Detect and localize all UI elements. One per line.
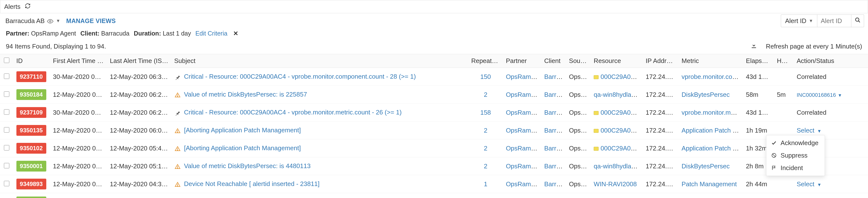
first-alert-time: 12-May-2020 05:47:29 PM xyxy=(50,139,107,157)
filter-input[interactable] xyxy=(817,15,851,27)
partner-link[interactable]: OpsRamp Agent xyxy=(506,127,541,134)
client-link[interactable]: Barracuda xyxy=(544,91,566,98)
alert-id-chip[interactable]: 9237109 xyxy=(17,107,46,118)
view-selector[interactable]: Barracuda AB ▼ xyxy=(4,16,62,26)
resource-link[interactable]: 000C29A00AC4 xyxy=(600,127,643,134)
svg-point-10 xyxy=(177,96,178,96)
repeated-link[interactable]: 2 xyxy=(484,91,487,98)
row-checkbox[interactable] xyxy=(4,163,9,168)
close-icon[interactable]: ✕ xyxy=(232,30,240,37)
repeated-link[interactable]: 2 xyxy=(484,127,487,134)
partner-link[interactable]: OpsRamp Agent xyxy=(506,109,541,116)
repeated-link[interactable]: 2 xyxy=(484,163,487,170)
resource-link[interactable]: 000C29A00AC4 xyxy=(600,109,643,116)
col-resource[interactable]: Resource xyxy=(591,54,643,68)
resource-chip-icon xyxy=(594,111,598,115)
subject-link[interactable]: Device Not Reachable [ alertid inserted … xyxy=(184,180,320,188)
subject-link[interactable]: Critical - Resource: 000C29A00AC4 - vpro… xyxy=(184,73,416,80)
action-select[interactable]: Select ▼ xyxy=(797,127,822,134)
partner-link[interactable]: OpsRamp Agent xyxy=(506,73,541,80)
resource-link[interactable]: 000C29A00AC4 xyxy=(600,73,643,80)
subject-link[interactable]: Critical - Resource: 000C29A00AC4 - vpro… xyxy=(184,109,402,116)
subject-link[interactable]: [Aborting Application Patch Management] xyxy=(184,144,301,152)
eye-icon xyxy=(47,17,53,25)
partner-link[interactable]: OpsRamp Agent xyxy=(506,163,541,170)
repeated-link[interactable]: 158 xyxy=(480,109,491,116)
action-select[interactable]: Select ▼ xyxy=(797,180,822,188)
edit-criteria-link[interactable]: Edit Criteria xyxy=(195,30,227,37)
col-action[interactable]: Action/Status xyxy=(794,54,868,68)
resource-link[interactable]: WIN-RAVI2008 xyxy=(594,180,637,188)
select-all-checkbox[interactable] xyxy=(4,58,9,63)
row-checkbox[interactable] xyxy=(4,109,9,115)
resource-link[interactable]: qa-win8hydlab-shiv.. xyxy=(594,163,643,170)
filter-field-select[interactable]: Alert ID ▼ xyxy=(781,15,817,27)
subject-link[interactable]: Value of metric DiskBytesPersec: is 4480… xyxy=(184,162,311,170)
chevron-down-icon[interactable]: ▼ xyxy=(838,93,842,98)
col-last[interactable]: Last Alert Time (IST)↓ xyxy=(107,54,172,68)
col-client[interactable]: Client xyxy=(541,54,566,68)
refresh-icon[interactable] xyxy=(25,3,31,10)
incident-link[interactable]: INC0000168616 xyxy=(797,92,836,98)
metric-link[interactable]: vprobe.monitor.metric.co.. xyxy=(682,109,743,116)
client-link[interactable]: Barracuda xyxy=(544,109,566,116)
row-checkbox[interactable] xyxy=(4,74,9,79)
client-link[interactable]: Barracuda xyxy=(544,163,566,170)
col-metric[interactable]: Metric xyxy=(679,54,743,68)
col-id[interactable]: ID xyxy=(13,54,50,68)
resource-link[interactable]: qa-win8hydlab-shiv.. xyxy=(594,91,643,98)
client-link[interactable]: Barracuda xyxy=(544,180,566,188)
partner-link[interactable]: OpsRamp Agent xyxy=(506,145,541,152)
alert-id-chip[interactable]: 9349893 xyxy=(17,179,46,190)
col-ip[interactable]: IP Address xyxy=(643,54,679,68)
healed-text: 5m xyxy=(774,86,794,104)
repeated-link[interactable]: 150 xyxy=(480,73,491,80)
col-subject[interactable]: Subject xyxy=(171,54,468,68)
alert-id-chip[interactable]: 9350102 xyxy=(17,143,46,154)
client-link[interactable]: Barracuda xyxy=(544,145,566,152)
alert-id-chip[interactable]: 9350184 xyxy=(17,89,46,100)
metric-link[interactable]: Application Patch Manage.. xyxy=(682,127,743,134)
partner-link[interactable]: OpsRamp Agent xyxy=(506,91,541,98)
col-partner[interactable]: Partner xyxy=(503,54,541,68)
manage-views-link[interactable]: MANAGE VIEWS xyxy=(66,18,116,25)
repeated-link[interactable]: 1 xyxy=(484,180,487,188)
client-link[interactable]: Barracuda xyxy=(544,73,566,80)
subject-cell: Critical - Resource: 000C29A00AC4 - vpro… xyxy=(171,104,468,121)
metric-link[interactable]: DiskBytesPersec xyxy=(682,91,730,98)
row-checkbox[interactable] xyxy=(4,145,9,150)
menu-acknowledge[interactable]: Acknowledge xyxy=(766,137,825,149)
menu-incident[interactable]: Incident xyxy=(766,162,825,174)
alert-id-chip[interactable]: 9350001 xyxy=(17,161,46,172)
partner-link[interactable]: OpsRamp Agent xyxy=(506,180,541,188)
download-icon[interactable] xyxy=(750,42,757,51)
col-healed[interactable]: Healed xyxy=(774,54,794,68)
col-first[interactable]: First Alert Time (IST) xyxy=(50,54,107,68)
metric-link[interactable]: DiskBytesPersec xyxy=(682,163,730,170)
resource-link[interactable]: 000C29A00AC4 xyxy=(600,145,643,152)
subject-link[interactable]: Value of metric DiskBytesPersec: is 2258… xyxy=(184,91,307,98)
last-alert-time: 12-May-2020 04:35:41 PM xyxy=(107,175,172,193)
svg-line-20 xyxy=(773,154,776,157)
metric-link[interactable]: vprobe.monitor.component.. xyxy=(682,73,743,80)
col-source[interactable]: Source xyxy=(566,54,591,68)
menu-suppress[interactable]: Suppress xyxy=(766,149,825,162)
col-elapsed[interactable]: Elapsed Time xyxy=(743,54,774,68)
alert-id-chip[interactable]: 9349859 xyxy=(17,197,46,198)
col-repeated[interactable]: Repeated Alerts xyxy=(468,54,503,68)
row-checkbox[interactable] xyxy=(4,91,9,97)
table-row: 934985912-May-2020 04:24:49 PM12-May-202… xyxy=(0,193,868,198)
search-button[interactable] xyxy=(851,15,864,27)
select-all-header[interactable] xyxy=(0,54,13,68)
row-checkbox[interactable] xyxy=(4,181,9,186)
row-checkbox[interactable] xyxy=(4,127,9,133)
source-text: OpsRamp xyxy=(566,193,591,198)
alert-id-chip[interactable]: 9350135 xyxy=(17,125,46,136)
metric-link[interactable]: Patch Management xyxy=(682,180,737,188)
subject-link[interactable]: [Aborting Application Patch Management] xyxy=(184,126,301,134)
client-link[interactable]: Barracuda xyxy=(544,127,566,134)
alert-id-chip[interactable]: 9237110 xyxy=(17,71,46,82)
metric-link[interactable]: Application Patch Manage.. xyxy=(682,145,743,152)
ip-text: 172.24.31.90 xyxy=(643,104,679,121)
repeated-link[interactable]: 2 xyxy=(484,145,487,152)
